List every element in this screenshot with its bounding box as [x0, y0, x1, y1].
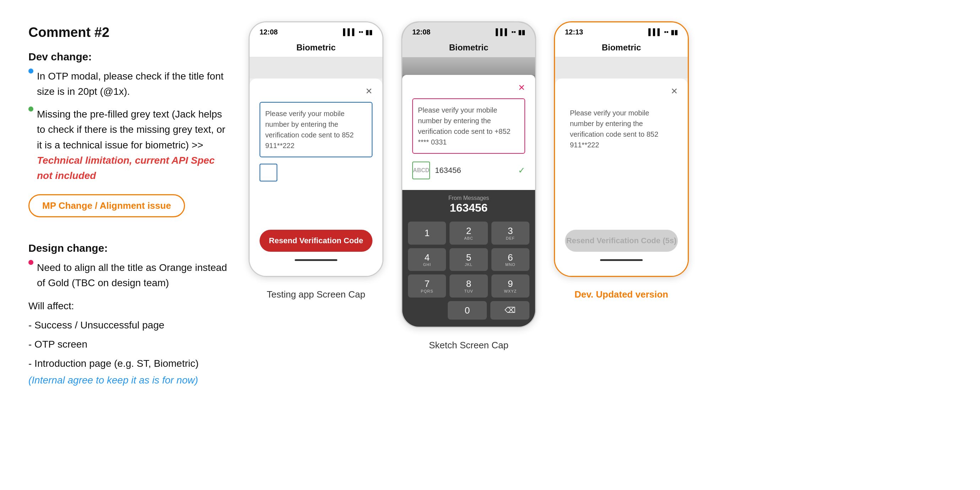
signal-icon-3: ▌▌▌ [648, 29, 662, 36]
battery-icon-3: ▮▮ [671, 29, 678, 36]
phone3-home-indicator [565, 258, 678, 265]
phone3-resend-btn[interactable]: Resend Verification Code (5s) [565, 230, 678, 252]
numpad-letters-6: MNO [505, 262, 515, 267]
mp-badge[interactable]: MP Change / Alignment issue [29, 194, 185, 217]
phone3-time: 12:13 [565, 28, 583, 36]
numpad-key-6[interactable]: 6MNO [492, 248, 530, 271]
numpad-letters-7: PQRS [421, 289, 433, 293]
numpad-from: From Messages [408, 195, 530, 201]
phone1-modal-sheet: ✕ Please verify your mobile number by en… [250, 78, 382, 276]
numpad-num-4: 4 [424, 253, 429, 263]
phone1-nav-bar: Biometric [250, 39, 382, 57]
design-bullet-text: Need to align all the title as Orange in… [37, 260, 227, 291]
numpad-row-4: 0 ⌫ [408, 301, 530, 320]
phone3-spacer [565, 162, 678, 223]
numpad-row-2: 4GHI 5JKL 6MNO [408, 248, 530, 271]
numpad-letters-8: TUV [464, 289, 473, 293]
phone2-modal-text: Please verify your mobile number by ente… [412, 99, 525, 154]
numpad-num-6: 6 [508, 253, 513, 263]
affect-item-2: - OTP screen [29, 336, 227, 353]
numpad-header: From Messages 163456 [408, 195, 530, 215]
phone2-otp-row: ABCD 163456 ✓ [412, 162, 525, 179]
phone3-bg-top [555, 57, 688, 78]
phone2-label: Sketch Screen Cap [429, 340, 509, 351]
phone1-resend-btn[interactable]: Resend Verification Code [259, 230, 372, 252]
phone1-home-indicator [259, 258, 372, 265]
phone2-bg-blur [402, 57, 535, 75]
bullet2-row: Missing the pre-filled grey text (Jack h… [29, 107, 227, 184]
wifi-icon-3: ▪▪ [664, 29, 668, 36]
phone2-close-btn[interactable]: ✕ [518, 83, 525, 92]
dev-change-label: Dev change: [29, 51, 227, 63]
battery-icon-2: ▮▮ [518, 29, 525, 36]
phone2-status-bar: 12:08 ▌▌▌ ▪▪ ▮▮ [402, 22, 535, 39]
numpad-key-0[interactable]: 0 [448, 301, 487, 320]
numpad-letters-3: DEF [506, 236, 515, 240]
phone1-frame: 12:08 ▌▌▌ ▪▪ ▮▮ Biometric ✕ Plea [248, 21, 383, 277]
phone3-nav-bar: Biometric [555, 39, 688, 57]
numpad-key-3[interactable]: 3DEF [492, 221, 530, 245]
phone1-status-bar: 12:08 ▌▌▌ ▪▪ ▮▮ [250, 22, 382, 39]
numpad-row-1: 1 2ABC 3DEF [408, 221, 530, 245]
phone3-label: Dev. Updated version [574, 289, 668, 300]
phone3-modal-text: Please verify your mobile number by ente… [565, 102, 678, 156]
phone2-nav-title: Biometric [449, 43, 488, 52]
numpad-key-2[interactable]: 2ABC [450, 221, 487, 245]
internal-note: (Internal agree to keep it as is for now… [29, 375, 227, 386]
phone1-close-btn[interactable]: ✕ [365, 87, 372, 95]
numpad-num-3: 3 [508, 226, 513, 236]
phone1-time: 12:08 [259, 28, 278, 36]
numpad-num-1: 1 [424, 228, 429, 238]
phone2-column: 12:08 ▌▌▌ ▪▪ ▮▮ Biometric ✕ Please verif [401, 21, 536, 351]
phone1-spacer [259, 188, 372, 223]
numpad-key-7[interactable]: 7PQRS [408, 274, 446, 298]
bullet-blue-dot-1 [29, 68, 33, 73]
phone3-status-bar: 12:13 ▌▌▌ ▪▪ ▮▮ [555, 22, 688, 39]
signal-icon: ▌▌▌ [343, 29, 356, 36]
will-affect-label: Will affect: [29, 298, 227, 314]
left-panel: Comment #2 Dev change: In OTP modal, ple… [29, 21, 227, 386]
phone3-frame: 12:13 ▌▌▌ ▪▪ ▮▮ Biometric ✕ Plea [554, 21, 689, 277]
phone1-bg-top [250, 57, 382, 78]
phone1-otp-input[interactable] [259, 164, 277, 181]
phone2-nav-bar: Biometric [402, 39, 535, 57]
phones-area: 12:08 ▌▌▌ ▪▪ ▮▮ Biometric ✕ Plea [248, 21, 951, 351]
numpad-num-7: 7 [424, 279, 429, 289]
numpad-key-4[interactable]: 4GHI [408, 248, 446, 271]
phone2-otp-value: 163456 [435, 166, 461, 175]
phone3-close-btn[interactable]: ✕ [671, 87, 678, 95]
main-layout: Comment #2 Dev change: In OTP modal, ple… [29, 21, 951, 386]
numpad-num-2: 2 [466, 226, 471, 236]
numpad-key-9[interactable]: 9WXYZ [492, 274, 530, 298]
design-change-section: Design change: Need to align all the tit… [29, 242, 227, 386]
bullet2-text: Missing the pre-filled grey text (Jack h… [37, 107, 227, 184]
numpad-key-8[interactable]: 8TUV [450, 274, 487, 298]
phone1-label: Testing app Screen Cap [267, 289, 365, 300]
phone3-status-icons: ▌▌▌ ▪▪ ▮▮ [648, 29, 678, 36]
phone1-home-bar [295, 259, 337, 261]
comment-title: Comment #2 [29, 25, 227, 40]
numpad-key-empty [408, 301, 444, 320]
bullet2-italic-red: Technical limitation, current API Spec n… [37, 155, 215, 181]
numpad-key-1[interactable]: 1 [408, 221, 446, 245]
numpad-key-5[interactable]: 5JKL [450, 248, 487, 271]
signal-icon-2: ▌▌▌ [496, 29, 509, 36]
phone3-column: 12:13 ▌▌▌ ▪▪ ▮▮ Biometric ✕ Plea [554, 21, 689, 300]
phone3-modal-sheet: ✕ Please verify your mobile number by en… [555, 78, 688, 276]
phone1-nav-title: Biometric [296, 43, 336, 52]
phone2-time: 12:08 [412, 28, 430, 36]
numpad-key-del[interactable]: ⌫ [490, 301, 530, 320]
numpad-letters-5: JKL [465, 262, 473, 267]
wifi-icon-2: ▪▪ [511, 29, 516, 36]
battery-icon: ▮▮ [365, 29, 372, 36]
phone2-status-icons: ▌▌▌ ▪▪ ▮▮ [496, 29, 525, 36]
numpad-num-9: 9 [508, 279, 513, 289]
phone2-frame: 12:08 ▌▌▌ ▪▪ ▮▮ Biometric ✕ Please verif [401, 21, 536, 328]
numpad-row-3: 7PQRS 8TUV 9WXYZ [408, 274, 530, 298]
numpad-num-8: 8 [466, 279, 471, 289]
bullet1-text: In OTP modal, please check if the title … [37, 68, 227, 99]
phone1-modal-text: Please verify your mobile number by ente… [259, 102, 372, 157]
bullet-pink-dot [29, 260, 33, 265]
phone2-otp-box[interactable]: ABCD [412, 162, 430, 179]
bullet2-italic-blue: (Jack helps to check if there is the mis… [37, 109, 226, 151]
